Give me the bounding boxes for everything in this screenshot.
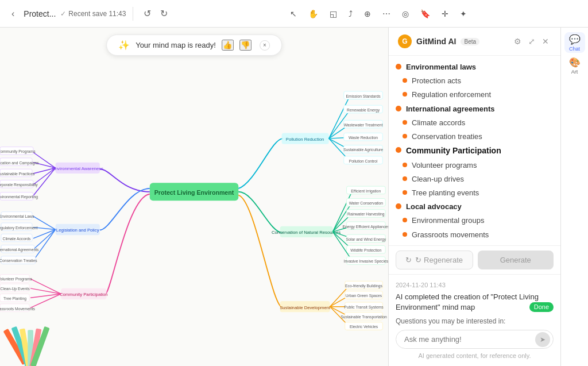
svg-text:Sustainable Practices: Sustainable Practices xyxy=(0,172,35,176)
generate-button[interactable]: Generate xyxy=(478,251,554,269)
connector-tool-btn[interactable]: ⤴ xyxy=(344,6,357,22)
svg-text:Grassroots Movements: Grassroots Movements xyxy=(0,307,36,311)
save-status-text: Recent save 11:43 xyxy=(68,10,126,18)
svg-text:Environmental Awareness: Environmental Awareness xyxy=(52,166,103,171)
topic-text: Grassroots movements xyxy=(412,230,489,240)
topic-text: Regulation enforcement xyxy=(412,90,491,100)
regenerate-icon: ↻ xyxy=(405,256,412,264)
topic-item: International agreements xyxy=(393,102,556,116)
art-icon-label: Art xyxy=(571,69,578,75)
add-node-tool-btn[interactable]: ⊕ xyxy=(359,6,376,22)
sidebar-expand-button[interactable]: ⤢ xyxy=(526,34,537,48)
svg-text:Wildlife Protection: Wildlife Protection xyxy=(350,248,381,252)
svg-text:Environmental Reporting: Environmental Reporting xyxy=(0,195,38,199)
svg-text:Conservation of Natural Resour: Conservation of Natural Resources xyxy=(272,230,341,235)
svg-text:Sustainable Transportation: Sustainable Transportation xyxy=(341,315,387,319)
topic-text: Environmental laws xyxy=(406,62,476,72)
cursor-tool-btn[interactable]: ↖ xyxy=(285,6,301,22)
topic-item: Volunteer programs xyxy=(393,159,556,172)
topic-text: Tree planting events xyxy=(412,188,479,198)
topic-item: Conservation treaties xyxy=(393,130,556,144)
svg-text:Wastewater Treatment: Wastewater Treatment xyxy=(344,123,383,127)
topic-bullet xyxy=(403,134,407,138)
svg-text:Pollution Reduction: Pollution Reduction xyxy=(286,137,324,142)
chat-message: AI completed the creation of "Protect Li… xyxy=(396,292,554,313)
svg-text:Public Transit Systems: Public Transit Systems xyxy=(344,305,384,310)
topic-bullet xyxy=(396,147,401,153)
topic-text: Environmental groups xyxy=(412,215,484,226)
sidebar-settings-button[interactable]: ⚙ xyxy=(512,34,524,48)
branch-tool-btn[interactable]: ⋯ xyxy=(378,6,395,22)
topic-bullet xyxy=(403,176,407,181)
topic-item: Protection acts xyxy=(393,74,556,88)
sidebar-actions: ↻ ↻ Regenerate Generate xyxy=(389,245,560,274)
svg-text:Energy Efficient Appliances: Energy Efficient Appliances xyxy=(343,225,388,229)
sidebar-topic-list: Environmental lawsProtection actsRegulat… xyxy=(389,56,560,245)
sidebar-close-button[interactable]: ✕ xyxy=(540,34,551,48)
topic-text: Climate accords xyxy=(412,118,465,128)
topic-bullet xyxy=(396,106,401,111)
mindmap-svg: Protect Living Environment Environmental… xyxy=(0,28,388,366)
topic-bullet xyxy=(396,64,401,70)
redo-button[interactable]: ↻ xyxy=(157,6,171,21)
topic-text: Local advocacy xyxy=(406,202,462,212)
disclaimer-text: AI generated content, for reference only… xyxy=(396,352,554,359)
svg-text:Waste Reduction: Waste Reduction xyxy=(349,136,378,140)
chat-panel-button[interactable]: 💬 Chat xyxy=(564,32,585,53)
topic-text: Conservation treaties xyxy=(412,132,482,142)
mindmap-area[interactable]: ✨ Your mind map is ready! 👍 👎 × Protect … xyxy=(0,28,388,366)
topic-text: Clean-up drives xyxy=(412,174,464,184)
topic-text: International agreements xyxy=(406,104,495,114)
svg-text:Emission Standards: Emission Standards xyxy=(346,94,381,98)
svg-text:Urban Green Spaces: Urban Green Spaces xyxy=(346,294,382,298)
svg-text:Tree Planting: Tree Planting xyxy=(3,296,26,301)
svg-text:Legislation and Policy: Legislation and Policy xyxy=(56,228,99,233)
topic-text: Protection acts xyxy=(412,76,461,86)
topic-text: Community Participation xyxy=(406,145,501,157)
chat-icon-label: Chat xyxy=(569,46,580,52)
svg-text:International Agreements: International Agreements xyxy=(0,248,39,252)
svg-text:Electric Vehicles: Electric Vehicles xyxy=(350,325,378,329)
gitmind-logo: G xyxy=(398,34,412,48)
topic-item: Environmental laws xyxy=(393,60,556,74)
svg-text:Climate Accords: Climate Accords xyxy=(3,237,31,241)
magic-tool-btn[interactable]: ✦ xyxy=(455,6,471,22)
send-button[interactable]: ➤ xyxy=(535,332,550,347)
svg-text:Water Conservation: Water Conservation xyxy=(349,201,384,205)
svg-text:Rainwater Harvesting: Rainwater Harvesting xyxy=(347,212,385,217)
svg-text:Regulatory Enforcement: Regulatory Enforcement xyxy=(0,226,37,230)
art-panel-button[interactable]: 🎨 Art xyxy=(564,55,585,76)
regenerate-label: ↻ Regenerate xyxy=(415,256,463,264)
back-button[interactable]: ‹ xyxy=(7,5,19,22)
topic-item: Regulation enforcement xyxy=(393,88,556,102)
sparkle-icon: ✨ xyxy=(118,40,130,51)
chat-section: 2024-11-20 11:43 AI completed the creati… xyxy=(389,274,560,366)
plus-tool-btn[interactable]: ✛ xyxy=(437,6,453,22)
ask-input-container: ➤ xyxy=(396,330,554,349)
svg-text:Sustainable Agriculture: Sustainable Agriculture xyxy=(343,148,383,152)
topic-item: Grassroots movements xyxy=(393,228,556,242)
topic-bullet xyxy=(403,163,407,167)
topic-bullet xyxy=(403,78,407,83)
close-notification-button[interactable]: × xyxy=(260,40,270,51)
done-badge: Done xyxy=(529,302,554,312)
topic-item: Environmental groups xyxy=(393,214,556,228)
undo-redo-group: ↺ ↻ xyxy=(140,6,171,21)
style-tool-btn[interactable]: ◎ xyxy=(397,6,413,22)
svg-text:Eco-friendly Buildings: Eco-friendly Buildings xyxy=(345,284,383,288)
regenerate-button[interactable]: ↻ ↻ Regenerate xyxy=(396,251,473,269)
send-icon: ➤ xyxy=(540,336,546,344)
ask-input[interactable] xyxy=(396,330,554,349)
bookmark-tool-btn[interactable]: 🔖 xyxy=(416,6,435,22)
thumbs-up-button[interactable]: 👍 xyxy=(222,40,234,51)
hand-tool-btn[interactable]: ✋ xyxy=(304,6,323,22)
shape-tool-btn[interactable]: ◱ xyxy=(325,6,342,22)
undo-button[interactable]: ↺ xyxy=(140,6,154,21)
svg-text:Community Programs: Community Programs xyxy=(0,149,36,154)
svg-text:Volunteer Programs: Volunteer Programs xyxy=(0,277,33,282)
topic-item: Tree planting events xyxy=(393,186,556,200)
thumbs-down-button[interactable]: 👎 xyxy=(239,40,252,51)
topic-item: Local advocacy xyxy=(393,200,556,214)
svg-text:Community Participation: Community Participation xyxy=(60,292,108,297)
svg-text:Efficient Irrigation: Efficient Irrigation xyxy=(351,189,381,194)
